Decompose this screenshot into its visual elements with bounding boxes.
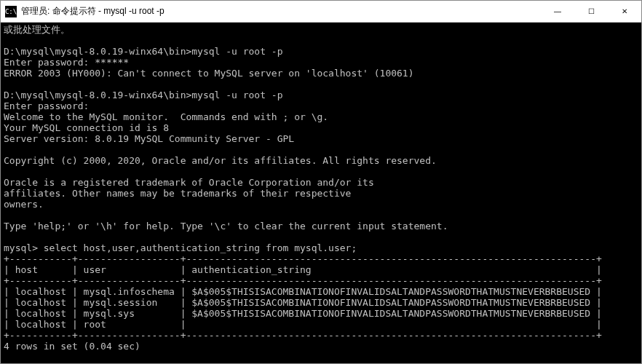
minimize-button[interactable]: — [541, 1, 574, 22]
window-title: 管理员: 命令提示符 - mysql -u root -p [21, 5, 541, 17]
table-header: | host | user | authentication_string | [4, 264, 602, 275]
output-line: Type 'help;' or '\h' for help. Type '\c'… [4, 221, 448, 232]
output-line: owners. [4, 199, 44, 210]
output-line: Enter password: ****** [4, 57, 129, 68]
table-row: | localhost | root | | [4, 319, 602, 330]
output-line: D:\mysql\mysql-8.0.19-winx64\bin>mysql -… [4, 46, 283, 57]
output-line: Copyright (c) 2000, 2020, Oracle and/or … [4, 155, 437, 166]
table-row: | localhost | mysql.infoschema | $A$005$… [4, 286, 602, 297]
table-row: | localhost | mysql.sys | $A$005$THISISA… [4, 308, 602, 319]
table-border: +-----------+------------------+--------… [4, 253, 602, 264]
output-line: Server version: 8.0.19 MySQL Community S… [4, 133, 294, 144]
terminal-output[interactable]: 或批处理文件。 D:\mysql\mysql-8.0.19-winx64\bin… [1, 23, 641, 363]
output-line: ERROR 2003 (HY000): Can't connect to MyS… [4, 68, 414, 79]
close-button[interactable]: ✕ [608, 1, 641, 22]
window-titlebar[interactable]: C:\ 管理员: 命令提示符 - mysql -u root -p — ☐ ✕ [1, 1, 641, 23]
result-summary: 4 rows in set (0.04 sec) [4, 341, 140, 352]
output-line: Oracle is a registered trademark of Orac… [4, 177, 374, 188]
output-line: Enter password: [4, 100, 89, 111]
prompt: mysql> [4, 363, 44, 363]
window-controls: — ☐ ✕ [541, 1, 641, 22]
query-line: mysql> select host,user,authentication_s… [4, 242, 357, 253]
output-line: D:\mysql\mysql-8.0.19-winx64\bin>mysql -… [4, 90, 283, 100]
maximize-button[interactable]: ☐ [574, 1, 608, 22]
output-line: Your MySQL connection id is 8 [4, 122, 169, 133]
output-line: affiliates. Other names may be trademark… [4, 188, 351, 199]
table-border: +-----------+------------------+--------… [4, 330, 602, 341]
table-row: | localhost | mysql.session | $A$005$THI… [4, 297, 602, 308]
output-line: 或批处理文件。 [4, 24, 70, 35]
table-border: +-----------+------------------+--------… [4, 275, 602, 286]
cmd-icon: C:\ [5, 6, 17, 17]
output-line: Welcome to the MySQL monitor. Commands e… [4, 111, 328, 122]
